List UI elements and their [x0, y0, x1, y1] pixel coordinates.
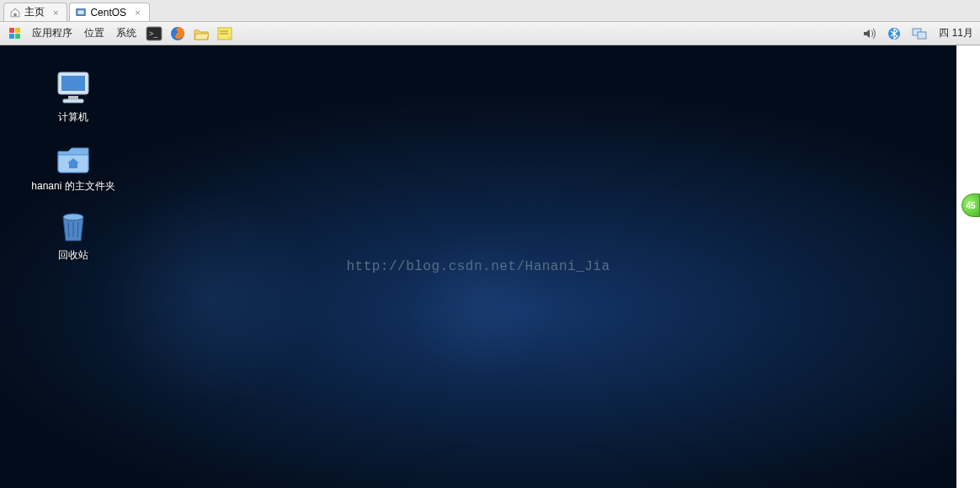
desktop-icon-trash[interactable]: 回收站	[19, 205, 128, 263]
firefox-launcher[interactable]	[167, 24, 189, 44]
desktop[interactable]: 计算机 hanani 的主文件夹 回收站 http://blog.csdn.ne…	[0, 45, 956, 488]
svg-rect-10	[918, 32, 926, 39]
sticky-note-icon	[216, 26, 233, 41]
side-badge[interactable]: 45	[961, 194, 980, 217]
computer-icon	[53, 67, 93, 108]
right-strip	[956, 45, 980, 488]
desktop-icon-label: hanani 的主文件夹	[19, 180, 128, 194]
watermark-text: http://blog.csdn.net/Hanani_Jia	[346, 259, 610, 274]
desktop-icon-computer[interactable]: 计算机	[19, 67, 128, 125]
file-manager-launcher[interactable]	[190, 24, 212, 44]
volume-icon[interactable]	[860, 24, 878, 43]
svg-rect-12	[61, 76, 85, 91]
vm-icon	[75, 7, 87, 19]
svg-point-15	[63, 214, 83, 220]
notes-launcher[interactable]	[214, 24, 236, 44]
desktop-icon-label: 计算机	[19, 111, 128, 125]
firefox-icon	[169, 25, 186, 42]
terminal-launcher[interactable]: >_	[143, 24, 165, 44]
network-icon[interactable]	[910, 24, 929, 43]
vm-tab-label: 主页	[24, 5, 45, 19]
svg-rect-14	[63, 99, 83, 103]
svg-rect-1	[78, 10, 84, 13]
trash-icon	[53, 205, 93, 246]
panel-clock[interactable]: 四 11月	[935, 26, 977, 40]
home-icon	[9, 7, 21, 19]
vm-tab-home[interactable]: 主页 ×	[3, 3, 67, 21]
menu-places[interactable]: 位置	[79, 24, 109, 42]
home-folder-icon	[53, 136, 93, 177]
desktop-icon-label: 回收站	[19, 249, 128, 263]
svg-text:>_: >_	[149, 29, 158, 38]
svg-rect-13	[68, 96, 78, 99]
terminal-icon: >_	[146, 26, 162, 41]
folder-open-icon	[193, 26, 210, 41]
applications-icon[interactable]	[3, 24, 25, 44]
vm-tab-bar: 主页 × CentOS ×	[0, 0, 980, 22]
desktop-icon-home[interactable]: hanani 的主文件夹	[19, 136, 128, 194]
close-icon[interactable]: ×	[51, 8, 60, 18]
menu-system[interactable]: 系统	[111, 24, 141, 42]
vm-tab-centos[interactable]: CentOS ×	[69, 3, 149, 21]
vm-tab-label: CentOS	[90, 7, 126, 19]
close-icon[interactable]: ×	[133, 8, 141, 18]
bluetooth-icon[interactable]	[885, 24, 903, 43]
menu-applications[interactable]: 应用程序	[27, 24, 77, 42]
gnome-top-panel: 应用程序 位置 系统 >_ 四 11月	[0, 22, 980, 45]
